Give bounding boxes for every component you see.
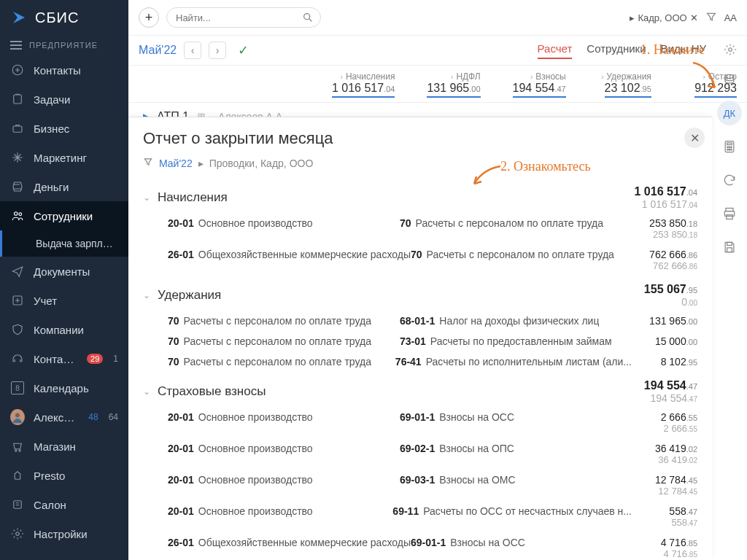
entry-row[interactable]: 20-01Основное производство 69-01-1Взносы… <box>143 407 697 438</box>
font-size-icon[interactable]: AA <box>724 12 737 23</box>
sidebar-item-settings[interactable]: Настройки <box>0 519 128 548</box>
entry-row[interactable]: 20-01Основное производство 70Расчеты с п… <box>143 213 697 244</box>
entry-row[interactable]: 20-01Основное производство 69-11Расчеты … <box>143 501 697 532</box>
credit-code: 68-01-1 <box>400 315 435 327</box>
briefcase-icon <box>10 121 25 136</box>
org-switcher[interactable]: ПРЕДПРИЯТИЕ <box>0 35 128 55</box>
group-header[interactable]: ⌄ Страховые взносы 194 554.47 194 554.47 <box>143 372 697 407</box>
topbar: + ▸ Кадр, ООО ✕ AA <box>128 0 747 36</box>
svg-rect-9 <box>14 501 22 509</box>
tab-types[interactable]: Виды НУ <box>661 42 706 59</box>
credit-code: 69-11 <box>392 505 419 528</box>
sidebar-item-label: Бизнес <box>34 122 118 135</box>
group-header[interactable]: ⌄ Начисления 1 016 517.04 1 016 517.04 <box>143 178 697 213</box>
sidebar-item-payroll[interactable]: Выдача зарплат... <box>0 230 128 257</box>
credit-desc: Взносы на ОСС <box>450 537 525 559</box>
search-input[interactable] <box>166 7 321 28</box>
sidebar-item-calendar[interactable]: 8 Календарь <box>0 373 128 402</box>
debit-code: 20-01 <box>168 474 194 497</box>
sidebar-item-money[interactable]: Деньги <box>0 172 128 201</box>
panel-title: Отчет о закрытии месяца <box>143 129 697 148</box>
sidebar-item-employees[interactable]: Сотрудники <box>0 201 128 230</box>
check-icon[interactable]: ✓ <box>238 42 249 58</box>
summary-col-ndfl[interactable]: ›НДФЛ 131 965.00 <box>395 71 480 98</box>
sidebar-item-label: Задачи <box>34 93 118 106</box>
sidebar-item-presto[interactable]: Presto <box>0 461 128 490</box>
filter-icon[interactable] <box>705 11 717 25</box>
main: + ▸ Кадр, ООО ✕ AA Май'22 ‹ › ✓ Расчет С… <box>128 0 747 560</box>
sidebar-item-user[interactable]: Алексеев 48 64 <box>0 402 128 432</box>
summary-val: 194 554 <box>513 82 555 94</box>
sidebar-item-label: Магазин <box>34 440 118 453</box>
svg-point-22 <box>727 149 729 150</box>
period-next-button[interactable]: › <box>209 42 226 59</box>
entry-amount: 762 666.86 762 666.86 <box>632 249 697 271</box>
sidebar-item-business[interactable]: Бизнес <box>0 114 128 143</box>
group-title: Страховые взносы <box>158 384 266 399</box>
summary-head: НДФЛ <box>456 71 480 82</box>
summary-head: Начисления <box>346 71 395 82</box>
shield-icon <box>10 322 25 337</box>
settings-icon[interactable] <box>724 43 737 58</box>
tab-employees[interactable]: Сотрудники <box>587 42 646 59</box>
panel-month[interactable]: Май'22 <box>159 158 193 169</box>
logo[interactable]: СБИС <box>0 0 128 35</box>
rail-print-icon[interactable] <box>717 201 742 226</box>
entry-row[interactable]: 20-01Основное производство 69-03-1Взносы… <box>143 470 697 501</box>
entry-amount: 558.47 558.47 <box>632 505 697 528</box>
sidebar-item-accounting[interactable]: Учет <box>0 286 128 315</box>
debit-desc: Основное производство <box>198 217 313 240</box>
sidebar-item-shop[interactable]: Магазин <box>0 432 128 461</box>
svg-rect-25 <box>726 209 733 211</box>
sidebar-item-marketing[interactable]: Маркетинг <box>0 143 128 172</box>
sidebar-item-documents[interactable]: Документы <box>0 257 128 286</box>
period-bar: Май'22 ‹ › ✓ Расчет Сотрудники Виды НУ <box>128 36 747 66</box>
sidebar-item-contacts[interactable]: Контакты <box>0 55 128 85</box>
rail-calculator-icon[interactable] <box>717 134 742 159</box>
period-label[interactable]: Май'22 <box>139 44 177 57</box>
sidebar-item-tasks[interactable]: Задачи <box>0 85 128 114</box>
summary-col-deductions[interactable]: ›Удержания 23 102.95 <box>566 71 651 98</box>
entry-row[interactable]: 26-01Общехозяйственные коммерческие расх… <box>143 244 697 276</box>
svg-point-21 <box>731 147 732 148</box>
entry-row[interactable]: 70Расчеты с персоналом по оплате труда 6… <box>143 311 697 331</box>
chevron-down-icon: ⌄ <box>143 386 152 397</box>
spark-icon <box>10 150 25 165</box>
debit-code: 70 <box>168 335 179 347</box>
rail-coins-icon[interactable] <box>717 67 742 92</box>
rail-dk-button[interactable]: ДК <box>717 101 742 125</box>
entry-row[interactable]: 70Расчеты с персоналом по оплате труда 7… <box>143 331 697 351</box>
sidebar-item-contact-center[interactable]: Контакт-це... 29 1 <box>0 344 128 373</box>
tab-calculation[interactable]: Расчет <box>538 42 573 59</box>
rail-save-icon[interactable] <box>717 235 742 260</box>
rail-refresh-icon[interactable] <box>717 168 742 192</box>
sidebar-item-salon[interactable]: Салон <box>0 490 128 519</box>
period-prev-button[interactable]: ‹ <box>184 42 201 59</box>
credit-code: 76-41 <box>395 356 422 368</box>
group-header[interactable]: ⌄ Удержания 155 067.95 0.00 <box>143 276 697 311</box>
search-icon[interactable] <box>302 12 314 26</box>
credit-desc: Взносы на ОПС <box>439 443 514 465</box>
entry-row[interactable]: 20-01Основное производство 69-02-1Взносы… <box>143 438 697 470</box>
sidebar-item-label: Настройки <box>34 528 118 540</box>
sidebar-item-companies[interactable]: Компании <box>0 315 128 344</box>
entry-row[interactable]: 26-01Общехозяйственные коммерческие расх… <box>143 532 697 560</box>
entry-amount: 4 716.85 4 716.85 <box>632 537 697 559</box>
entry-row[interactable]: 70Расчеты с персоналом по оплате труда 7… <box>143 351 697 372</box>
brand-text: СБИС <box>35 9 79 26</box>
svg-point-11 <box>304 14 310 20</box>
summary-col-accruals[interactable]: ›Начисления 1 016 517.04 <box>309 71 395 98</box>
org-selector[interactable]: ▸ Кадр, ООО ✕ <box>630 12 697 23</box>
cart-icon <box>10 439 25 454</box>
debit-code: 20-01 <box>168 217 194 240</box>
panel-body[interactable]: ⌄ Начисления 1 016 517.04 1 016 517.04 2… <box>128 178 712 560</box>
panel-breadcrumb: Май'22 ▸ Проводки, Кадр, ООО <box>128 154 712 178</box>
filter-icon[interactable] <box>143 157 153 169</box>
add-button[interactable]: + <box>139 7 159 28</box>
close-button[interactable]: ✕ <box>684 128 705 148</box>
svg-point-10 <box>16 532 20 536</box>
summary-col-contributions[interactable]: ›Взносы 194 554.47 <box>481 71 566 98</box>
month-close-panel: ✕ Отчет о закрытии месяца Май'22 ▸ Прово… <box>128 117 712 560</box>
svg-point-8 <box>19 450 20 451</box>
svg-point-7 <box>15 450 17 451</box>
